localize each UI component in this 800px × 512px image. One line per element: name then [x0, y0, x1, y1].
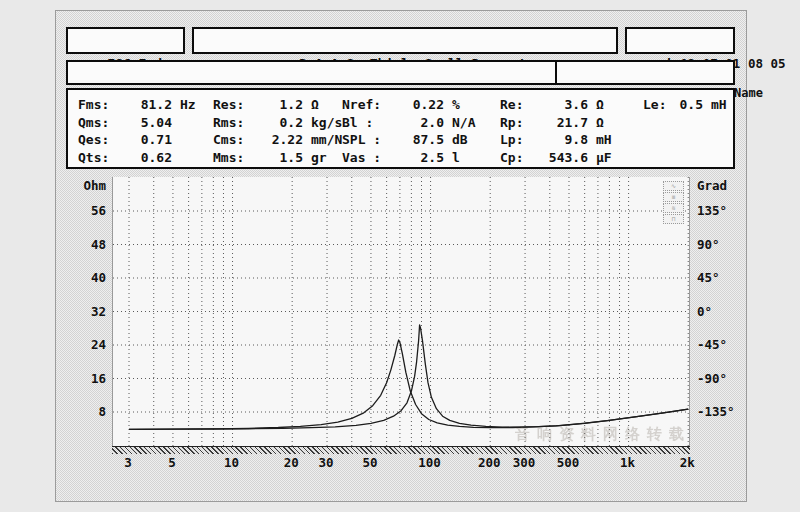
parameter-unit: gr: [311, 149, 327, 167]
parameter-unit: µF: [596, 149, 612, 167]
parameter-cell: Cms:2.22mm/N: [213, 131, 342, 149]
parameter-cell: Bl :2.0N/A: [342, 114, 500, 132]
parameter-cell: SPL :87.5dB: [342, 131, 500, 149]
left-axis-title: Ohm: [64, 178, 106, 193]
impedance-plot: ∿≡≋⊓: [112, 177, 690, 446]
impedance-curves-svg: [113, 177, 689, 446]
left-axis-tick-label: 40: [56, 271, 106, 285]
frequency-tick-label: 3: [108, 455, 148, 470]
parameter-cell: Res:1.2Ω: [213, 96, 342, 114]
parameter-unit: Ω: [596, 114, 604, 132]
right-axis-tick-label: 90°: [697, 238, 720, 252]
parameter-value: 0.62: [122, 149, 172, 167]
parameter-value: 543.6: [536, 149, 588, 167]
info-datetime-button[interactable]: i 02.07.01 08 05: [625, 27, 735, 54]
parameter-unit: mH: [596, 131, 612, 149]
parameter-value: 0.2: [257, 114, 303, 132]
watermark: 音响资料网络转载: [515, 425, 691, 444]
parameter-label: Nref:: [342, 96, 390, 114]
frequency-tick-label: 5: [152, 455, 192, 470]
right-axis-tick-label: -45°: [697, 338, 727, 352]
frequency-tick-label: 10: [212, 455, 252, 470]
parameter-label: Cp:: [500, 149, 536, 167]
parameter-value: 87.5: [390, 131, 444, 149]
left-axis-tick-label: 16: [56, 372, 106, 386]
esc-end-button[interactable]: ESC End: [66, 27, 185, 54]
curve-style-icon: ≋: [663, 203, 684, 213]
parameter-cell: Lp:9.8mH: [500, 131, 643, 149]
right-axis-tick-label: 135°: [697, 204, 727, 218]
parameter-cell: Qms:5.04: [78, 114, 213, 132]
parameter-label: Fms:: [78, 96, 122, 114]
parameter-row: Qms:5.04Rms:0.2kg/sBl :2.0N/ARp:21.7Ω: [78, 114, 733, 132]
parameter-label: SPL :: [342, 131, 390, 149]
right-axis-tick-label: 0°: [697, 305, 712, 319]
parameter-cell: Vas :2.5l: [342, 149, 500, 167]
parameter-cell: Qes:0.71: [78, 131, 213, 149]
window-title: D A A S Thiele Small Parameter: [192, 27, 618, 54]
parameter-cell: Mms:1.5gr: [213, 149, 342, 167]
curve-style-icon: ≡: [663, 192, 684, 202]
parameter-value: 21.7: [536, 114, 588, 132]
right-axis-tick-label: -90°: [697, 372, 727, 386]
frequency-axis-hatch: [112, 446, 690, 454]
left-axis-tick-label: 48: [56, 238, 106, 252]
parameter-unit: kg/s: [311, 114, 342, 132]
parameter-label: Rms:: [213, 114, 257, 132]
frequency-tick-label: 1k: [608, 455, 648, 470]
parameter-label: Lp:: [500, 131, 536, 149]
parameter-value: 1.5: [257, 149, 303, 167]
parameter-unit: mm/N: [311, 131, 342, 149]
model-field[interactable]: MO:DL30TZF-02 q NoName: [555, 60, 735, 85]
parameter-cell: [643, 114, 733, 132]
plot-legend: ∿≡≋⊓: [663, 181, 684, 225]
parameter-label: Qts:: [78, 149, 122, 167]
parameter-row: Qts:0.62Mms:1.5grVas :2.5lCp:543.6µF: [78, 149, 733, 167]
parameter-value: 81.2: [122, 96, 172, 114]
parameter-value: 3.6: [536, 96, 588, 114]
daas-window: ESC End D A A S Thiele Small Parameter i…: [55, 10, 747, 502]
parameter-value: 0.5: [673, 96, 703, 114]
parameter-cell: Qts:0.62: [78, 149, 213, 167]
parameter-value: 2.22: [257, 131, 303, 149]
parameter-label: Qms:: [78, 114, 122, 132]
parameter-label: Res:: [213, 96, 257, 114]
right-axis-tick-label: 45°: [697, 271, 720, 285]
parameter-value: 5.04: [122, 114, 172, 132]
parameter-cell: Nref:0.22%: [342, 96, 500, 114]
parameter-cell: Re:3.6Ω: [500, 96, 643, 114]
parameter-label: Bl :: [342, 114, 390, 132]
parameter-unit: mH: [711, 96, 727, 114]
parameter-cell: [643, 149, 733, 167]
parameter-label: Le:: [643, 96, 673, 114]
frequency-tick-label: 500: [548, 455, 588, 470]
left-axis-tick-label: 32: [56, 305, 106, 319]
parameter-value: 2.5: [390, 149, 444, 167]
input-level-field[interactable]: In: Line ±0.20 V: [66, 60, 557, 85]
parameter-row: Fms:81.2HzRes:1.2ΩNref:0.22%Re:3.6ΩLe:0.…: [78, 96, 733, 114]
parameter-cell: Le:0.5mH: [643, 96, 733, 114]
parameter-value: 0.22: [390, 96, 444, 114]
thiele-small-parameter-table: Fms:81.2HzRes:1.2ΩNref:0.22%Re:3.6ΩLe:0.…: [66, 88, 735, 169]
parameter-label: Cms:: [213, 131, 257, 149]
frequency-tick-label: 100: [410, 455, 450, 470]
parameter-unit: dB: [452, 131, 468, 149]
parameter-unit: Hz: [180, 96, 196, 114]
parameter-cell: Rms:0.2kg/s: [213, 114, 342, 132]
parameter-row: Qes:0.71Cms:2.22mm/NSPL :87.5dBLp:9.8mH: [78, 131, 733, 149]
left-axis-tick-label: 8: [56, 405, 106, 419]
frequency-tick-label: 300: [504, 455, 544, 470]
curve-style-icon: ∿: [663, 181, 684, 191]
parameter-unit: %: [452, 96, 460, 114]
parameter-value: 2.0: [390, 114, 444, 132]
parameter-label: Rp:: [500, 114, 536, 132]
parameter-cell: [643, 131, 733, 149]
parameter-label: Vas :: [342, 149, 390, 167]
parameter-value: 0.71: [122, 131, 172, 149]
parameter-cell: Cp:543.6µF: [500, 149, 643, 167]
parameter-cell: Rp:21.7Ω: [500, 114, 643, 132]
parameter-unit: Ω: [596, 96, 604, 114]
parameter-label: Qes:: [78, 131, 122, 149]
parameter-cell: Fms:81.2Hz: [78, 96, 213, 114]
right-axis-title: Grad: [697, 178, 727, 193]
